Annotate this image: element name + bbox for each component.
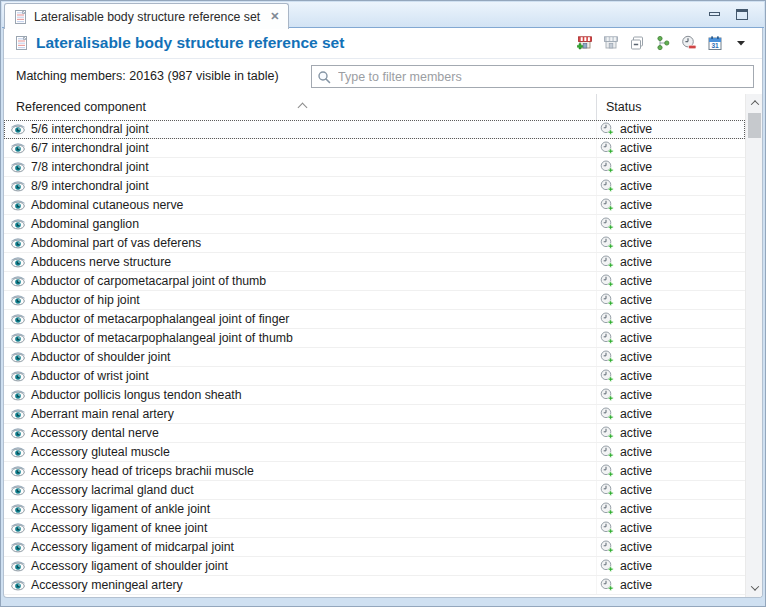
table-row[interactable]: Abductor pollicis longus tendon sheath a…: [4, 386, 745, 405]
effective-time-button[interactable]: [705, 35, 724, 52]
referenced-component-cell: Accessory meningeal artery: [4, 576, 597, 594]
body-structure-icon: [10, 408, 26, 420]
status-cell: active: [597, 234, 745, 252]
table-row[interactable]: Accessory meningeal artery active: [4, 576, 745, 595]
referenced-component-name: Accessory ligament of shoulder joint: [31, 559, 228, 573]
collapse-icon: [629, 35, 645, 51]
column-header-status[interactable]: Status: [597, 94, 745, 120]
table-row[interactable]: 5/6 interchondral joint active: [4, 120, 745, 139]
active-status-icon: [600, 179, 614, 193]
active-status-icon: [600, 521, 614, 535]
status-cell: active: [597, 576, 745, 594]
view-menu-button[interactable]: [731, 35, 750, 52]
table-row[interactable]: Abdominal part of vas deferens active: [4, 234, 745, 253]
view-toolbar: [575, 35, 762, 52]
body-structure-icon: [10, 484, 26, 496]
table-row[interactable]: Accessory head of triceps brachii muscle…: [4, 462, 745, 481]
status-cell: active: [597, 386, 745, 404]
active-status-icon: [600, 217, 614, 231]
table-row[interactable]: Accessory lacrimal gland duct active: [4, 481, 745, 500]
active-status-icon: [600, 274, 614, 288]
referenced-component-cell: Abducens nerve structure: [4, 253, 597, 271]
referenced-component-name: Abductor of shoulder joint: [31, 350, 170, 364]
scroll-down-icon[interactable]: [746, 579, 763, 596]
table-row[interactable]: 6/7 interchondral joint active: [4, 139, 745, 158]
referenced-component-cell: Accessory lacrimal gland duct: [4, 481, 597, 499]
table-row[interactable]: 8/9 interchondral joint active: [4, 177, 745, 196]
application-window: Lateralisable body structure reference s…: [0, 0, 766, 607]
body-structure-icon: [10, 237, 26, 249]
filter-members-input[interactable]: [312, 66, 753, 87]
table-row[interactable]: Abdominal cutaneous nerve active: [4, 196, 745, 215]
collapse-all-button[interactable]: [627, 35, 646, 52]
referenced-component-cell: Accessory ligament of knee joint: [4, 519, 597, 537]
table-row[interactable]: Abducens nerve structure active: [4, 253, 745, 272]
store-disabled-icon: [603, 35, 619, 51]
table-row[interactable]: Abdominal ganglion active: [4, 215, 745, 234]
status-cell: active: [597, 158, 745, 176]
table-row[interactable]: Abductor of metacarpophalangeal joint of…: [4, 329, 745, 348]
body-structure-icon: [10, 541, 26, 553]
active-status-icon: [600, 350, 614, 364]
referenced-component-cell: Abductor of wrist joint: [4, 367, 597, 385]
status-cell: active: [597, 120, 745, 138]
active-status-icon: [600, 464, 614, 478]
body-structure-icon: [10, 199, 26, 211]
table-row[interactable]: Accessory ligament of knee joint active: [4, 519, 745, 538]
table-row[interactable]: Accessory ligament of shoulder joint act…: [4, 557, 745, 576]
referenced-component-name: Abducens nerve structure: [31, 255, 171, 269]
active-status-icon: [600, 160, 614, 174]
referenced-component-cell: Abdominal ganglion: [4, 215, 597, 233]
referenced-component-cell: Accessory gluteal muscle: [4, 443, 597, 461]
active-status-icon: [600, 369, 614, 383]
referenced-component-cell: Accessory dental nerve: [4, 424, 597, 442]
table-row[interactable]: Aberrant main renal artery active: [4, 405, 745, 424]
maximize-icon[interactable]: [736, 9, 748, 20]
table-row[interactable]: Accessory dental nerve active: [4, 424, 745, 443]
status-label: active: [620, 312, 652, 326]
add-member-disabled-button[interactable]: [601, 35, 620, 52]
referenced-component-name: 5/6 interchondral joint: [31, 122, 149, 136]
status-label: active: [620, 198, 652, 212]
status-label: active: [620, 521, 652, 535]
table-row[interactable]: 7/8 interchondral joint active: [4, 158, 745, 177]
referenced-component-cell: Abdominal cutaneous nerve: [4, 196, 597, 214]
active-status-icon: [600, 502, 614, 516]
referenced-component-name: Accessory head of triceps brachii muscle: [31, 464, 254, 478]
tab-close-icon[interactable]: ✕: [270, 10, 279, 23]
table-row[interactable]: Accessory gluteal muscle active: [4, 443, 745, 462]
tab-reference-set[interactable]: Lateralisable body structure reference s…: [4, 3, 289, 29]
hierarchy-icon: [655, 35, 671, 51]
scroll-up-icon[interactable]: [746, 94, 763, 111]
scrollbar-thumb[interactable]: [748, 113, 761, 138]
referenced-component-cell: Abductor of metacarpophalangeal joint of…: [4, 329, 597, 347]
referenced-component-name: Abdominal cutaneous nerve: [31, 198, 183, 212]
table-row[interactable]: Accessory ligament of ankle joint active: [4, 500, 745, 519]
active-status-icon: [600, 255, 614, 269]
table-row[interactable]: Abductor of wrist joint active: [4, 367, 745, 386]
minimize-icon[interactable]: [709, 12, 720, 16]
referenced-component-cell: Abductor of carpometacarpal joint of thu…: [4, 272, 597, 290]
body-structure-icon: [10, 161, 26, 173]
status-label: active: [620, 426, 652, 440]
referenced-component-cell: 5/6 interchondral joint: [4, 120, 597, 138]
add-member-button[interactable]: [575, 35, 594, 52]
status-cell: active: [597, 291, 745, 309]
status-label: active: [620, 407, 652, 421]
active-status-icon: [600, 407, 614, 421]
vertical-scrollbar[interactable]: [745, 94, 762, 597]
table-row[interactable]: Accessory ligament of midcarpal joint ac…: [4, 538, 745, 557]
active-status-icon: [600, 331, 614, 345]
table-row[interactable]: Abductor of hip joint active: [4, 291, 745, 310]
history-button[interactable]: [679, 35, 698, 52]
referenced-component-name: Aberrant main renal artery: [31, 407, 174, 421]
referenced-component-name: Accessory lacrimal gland duct: [31, 483, 194, 497]
table-row[interactable]: Abductor of metacarpophalangeal joint of…: [4, 310, 745, 329]
active-status-icon: [600, 559, 614, 573]
hierarchy-button[interactable]: [653, 35, 672, 52]
status-cell: active: [597, 557, 745, 575]
table-row[interactable]: Abductor of carpometacarpal joint of thu…: [4, 272, 745, 291]
table-row[interactable]: Abductor of shoulder joint active: [4, 348, 745, 367]
body-structure-icon: [10, 275, 26, 287]
referenced-component-cell: Accessory ligament of ankle joint: [4, 500, 597, 518]
